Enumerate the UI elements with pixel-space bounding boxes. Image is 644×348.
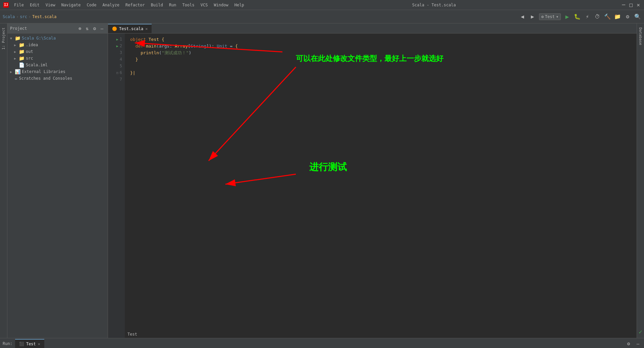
code-editor[interactable]: object Test { def main(args: Array[Strin… bbox=[125, 33, 637, 338]
back-button[interactable]: ◀ bbox=[519, 13, 526, 20]
main-layout: 1: Project Project ⊕ ⇅ ⚙ — ▼ 📁 Scala G:\… bbox=[0, 23, 644, 338]
menu-view[interactable]: View bbox=[43, 2, 58, 8]
line-num-5: 5 bbox=[108, 63, 122, 70]
title-bar-left: IJ File Edit View Navigate Code Analyze … bbox=[3, 2, 247, 8]
minimize-button[interactable]: ─ bbox=[621, 3, 626, 7]
list-item[interactable]: ▶ 📁 .idea bbox=[7, 42, 108, 48]
menu-code[interactable]: Code bbox=[84, 2, 99, 8]
folder-icon: 📁 bbox=[19, 49, 24, 54]
menu-run[interactable]: Run bbox=[166, 2, 179, 8]
validation-checkmark: ✓ bbox=[639, 328, 642, 335]
tree-label-scala: Scala G:\Scala bbox=[22, 36, 56, 41]
settings-icon[interactable]: ⚙ bbox=[92, 25, 98, 31]
close-button[interactable]: ✕ bbox=[636, 3, 641, 7]
run-minimize-icon[interactable]: — bbox=[635, 340, 641, 347]
editor-content[interactable]: ▶ 1 ▶ 2 3 4 5 ⊟ 6 7 object Test bbox=[108, 33, 637, 338]
scratches-icon: ✏ bbox=[15, 76, 17, 81]
run-settings: ⚙ — bbox=[625, 340, 641, 347]
panel-icons: ⊕ ⇅ ⚙ — bbox=[77, 25, 105, 31]
app-logo: IJ bbox=[3, 2, 9, 8]
run-config[interactable]: ⚙ Test ▾ bbox=[539, 13, 561, 20]
debug-button[interactable]: 🐛 bbox=[574, 13, 581, 20]
menu-navigate[interactable]: Navigate bbox=[59, 2, 84, 8]
menu-tools[interactable]: Tools bbox=[180, 2, 197, 8]
project-structure-button[interactable]: 📁 bbox=[614, 13, 621, 20]
expand-arrow: ▼ bbox=[10, 37, 13, 40]
scala-file-icon: 🟠 bbox=[112, 26, 117, 31]
editor-tabs: 🟠 Test.scala ✕ bbox=[108, 23, 637, 33]
run-config-name: Test bbox=[545, 14, 555, 19]
tab-test-scala[interactable]: 🟠 Test.scala ✕ bbox=[108, 24, 152, 33]
line-num-4: 4 bbox=[108, 56, 122, 63]
tab-label: Test.scala bbox=[119, 26, 143, 31]
expand-arrow: ▶ bbox=[14, 43, 17, 47]
fold-icon: ⊟ bbox=[116, 70, 118, 76]
run-gutter-icon[interactable]: ▶ bbox=[116, 37, 118, 42]
menu-vcs[interactable]: VCS bbox=[198, 2, 211, 8]
profile-button[interactable]: ⏱ bbox=[594, 13, 601, 20]
run-config-dropdown: ▾ bbox=[556, 14, 558, 19]
code-line-3: println("测试成功！") bbox=[130, 50, 631, 56]
database-tab[interactable]: Database bbox=[637, 25, 644, 48]
toolbar-right: ◀ ▶ ⚙ Test ▾ ▶ 🐛 ⚡ ⏱ 🔨 📁 ⚙ 🔍 bbox=[519, 13, 641, 20]
breadcrumb-src[interactable]: src bbox=[20, 14, 27, 19]
menu-build[interactable]: Build bbox=[148, 2, 166, 8]
expand-arrow: ▶ bbox=[14, 57, 17, 60]
tab-close-button[interactable]: ✕ bbox=[145, 26, 148, 31]
run-settings-icon[interactable]: ⚙ bbox=[625, 340, 632, 347]
list-item[interactable]: 📄 Scala.iml bbox=[7, 62, 108, 68]
editor-area: 🟠 Test.scala ✕ ▶ 1 ▶ 2 3 4 5 ⊟ bbox=[108, 23, 637, 338]
line-num-7: 7 bbox=[108, 76, 122, 83]
line-num-3: 3 bbox=[108, 50, 122, 56]
collapse-icon[interactable]: — bbox=[99, 25, 105, 31]
run-gutter-icon[interactable]: ▶ bbox=[116, 44, 118, 49]
menu-analyze[interactable]: Analyze bbox=[100, 2, 122, 8]
list-item[interactable]: ▼ 📁 Scala G:\Scala bbox=[7, 35, 108, 42]
panel-header: Project ⊕ ⇅ ⚙ — bbox=[7, 23, 108, 33]
run-tab-test[interactable]: ⬛ Test ✕ bbox=[15, 339, 44, 348]
tree-label-scratches: Scratches and Consoles bbox=[19, 76, 72, 81]
settings-button[interactable]: ⚙ bbox=[624, 13, 631, 20]
panel-title: Project bbox=[10, 26, 74, 31]
menu-refactor[interactable]: Refactor bbox=[123, 2, 148, 8]
run-button[interactable]: ▶ bbox=[564, 13, 571, 20]
coverage-button[interactable]: ⚡ bbox=[584, 13, 591, 20]
project-tab[interactable]: 1: Project bbox=[0, 25, 7, 52]
right-sidebar: Database ✓ bbox=[637, 23, 644, 338]
breadcrumb-scala[interactable]: Scala bbox=[3, 14, 15, 19]
tree-label-libraries: External Libraries bbox=[22, 69, 65, 74]
sort-icon[interactable]: ⇅ bbox=[84, 25, 90, 31]
library-icon: 📊 bbox=[15, 69, 20, 74]
menu-help[interactable]: Help bbox=[232, 2, 247, 8]
breadcrumb-sep1: › bbox=[16, 14, 18, 19]
menu-bar: File Edit View Navigate Code Analyze Ref… bbox=[11, 2, 247, 8]
title-bar: IJ File Edit View Navigate Code Analyze … bbox=[0, 0, 644, 10]
code-line-2: def main(args: Array[String]): Unit = { bbox=[130, 43, 631, 50]
breadcrumb: Scala › src › Test.scala bbox=[3, 14, 57, 19]
tree-label-idea: .idea bbox=[26, 43, 38, 47]
list-item[interactable]: ✏ Scratches and Consoles bbox=[7, 75, 108, 82]
code-line-6: }| bbox=[130, 70, 631, 76]
folder-icon: 📁 bbox=[15, 36, 20, 41]
maximize-button[interactable]: □ bbox=[629, 3, 633, 7]
bottom-panel: Run: ⬛ Test ✕ ⚙ — ▶ ↑ ↓ ⬛ 📷 ↔ ⇅ 🖨 D:\JDK… bbox=[0, 338, 644, 348]
run-tab-icon: ⬛ bbox=[19, 342, 24, 346]
list-item[interactable]: ▶ 📁 src bbox=[7, 55, 108, 62]
line-numbers: ▶ 1 ▶ 2 3 4 5 ⊟ 6 7 bbox=[108, 33, 125, 338]
search-everywhere-button[interactable]: 🔍 bbox=[634, 13, 641, 20]
list-item[interactable]: ▶ 📁 out bbox=[7, 48, 108, 55]
code-line-4: } bbox=[130, 56, 631, 63]
menu-window[interactable]: Window bbox=[211, 2, 231, 8]
forward-button[interactable]: ▶ bbox=[529, 13, 536, 20]
run-label: Run: bbox=[3, 341, 12, 346]
add-icon[interactable]: ⊕ bbox=[77, 25, 83, 31]
tree-label-out: out bbox=[26, 49, 33, 54]
breadcrumb-file[interactable]: Test.scala bbox=[32, 14, 56, 19]
tree-label-src: src bbox=[26, 56, 33, 61]
run-tab-close[interactable]: ✕ bbox=[38, 342, 40, 346]
menu-file[interactable]: File bbox=[11, 2, 26, 8]
list-item[interactable]: ▶ 📊 External Libraries bbox=[7, 68, 108, 75]
menu-edit[interactable]: Edit bbox=[27, 2, 42, 8]
run-tabs: Run: ⬛ Test ✕ ⚙ — bbox=[0, 338, 644, 348]
build-project-button[interactable]: 🔨 bbox=[604, 13, 611, 20]
